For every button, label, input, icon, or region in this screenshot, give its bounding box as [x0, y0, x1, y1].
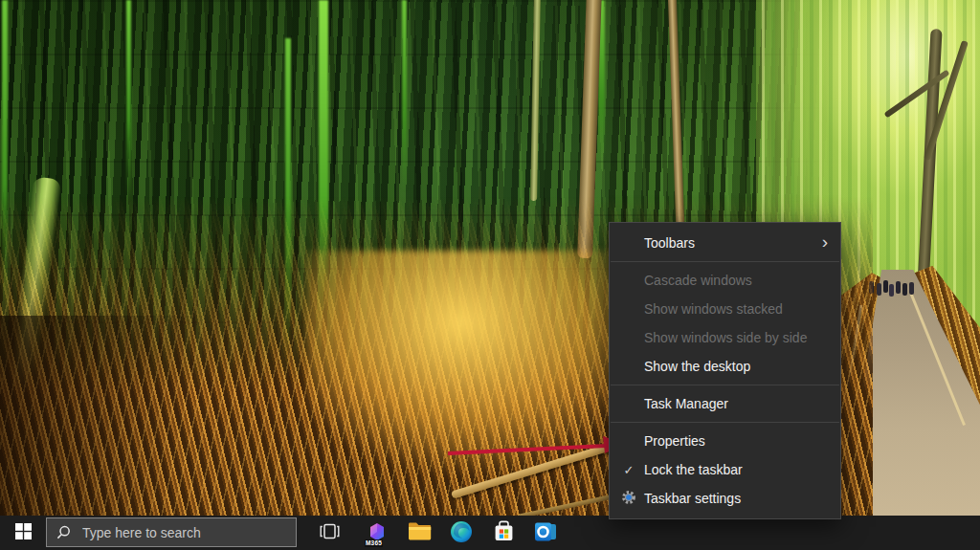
bright-bamboo-streak [402, 0, 407, 191]
task-view-button[interactable] [310, 516, 348, 550]
file-explorer-icon [408, 521, 432, 544]
microsoft-edge-icon [450, 520, 473, 546]
menu-item-lock-the-taskbar[interactable]: ✓ Lock the taskbar [610, 455, 840, 484]
microsoft-365-app-button[interactable]: M365 [356, 516, 398, 550]
microsoft-365-label: M365 [365, 539, 383, 547]
menu-item-label: Show the desktop [644, 359, 750, 374]
taskbar-pinned-apps: M365 [356, 516, 567, 550]
start-button[interactable] [0, 516, 46, 550]
menu-item-show-windows-stacked: Show windows stacked [610, 295, 840, 323]
menu-item-task-manager[interactable]: Task Manager [610, 389, 840, 418]
menu-item-cascade-windows: Cascade windows [610, 266, 840, 295]
search-icon [56, 525, 71, 539]
menu-item-label: Lock the taskbar [644, 462, 743, 477]
bright-bamboo-streak [126, 0, 131, 201]
menu-separator [611, 422, 839, 423]
taskbar: M365 [0, 516, 980, 550]
outlook-icon [534, 521, 557, 545]
gear-icon [620, 490, 637, 507]
outlook-app-button[interactable] [524, 516, 567, 550]
taskbar-search-box[interactable] [46, 517, 297, 547]
menu-item-label: Task Manager [644, 396, 728, 411]
taskbar-context-menu: Toolbars › Cascade windows Show windows … [609, 222, 841, 519]
file-explorer-app-button[interactable] [398, 516, 440, 550]
golden-grass-highlight [306, 251, 651, 475]
menu-item-taskbar-settings[interactable]: Taskbar settings [610, 484, 840, 513]
menu-item-label: Show windows side by side [644, 330, 807, 345]
menu-item-label: Cascade windows [644, 273, 752, 288]
microsoft-store-icon [493, 520, 515, 545]
submenu-arrow-icon: › [822, 232, 828, 251]
search-input[interactable] [80, 524, 286, 541]
menu-item-label: Taskbar settings [644, 491, 741, 506]
task-view-icon [320, 523, 340, 542]
menu-separator [611, 261, 839, 262]
distant-people-silhouettes [869, 275, 926, 306]
check-icon: ✓ [620, 464, 637, 476]
menu-item-toolbars[interactable]: Toolbars › [610, 229, 840, 257]
menu-item-properties[interactable]: Properties [610, 427, 840, 455]
menu-item-label: Properties [644, 433, 705, 449]
menu-item-show-windows-side-by-side: Show windows side by side [610, 323, 840, 352]
microsoft-edge-app-button[interactable] [440, 516, 482, 550]
microsoft-store-app-button[interactable] [482, 516, 524, 550]
menu-item-show-the-desktop[interactable]: Show the desktop [610, 352, 840, 381]
desktop-screen: Toolbars › Cascade windows Show windows … [0, 0, 980, 550]
menu-separator [611, 385, 839, 385]
menu-item-label: Show windows stacked [644, 301, 783, 317]
menu-item-label: Toolbars [644, 235, 695, 251]
windows-logo-icon [15, 523, 32, 542]
